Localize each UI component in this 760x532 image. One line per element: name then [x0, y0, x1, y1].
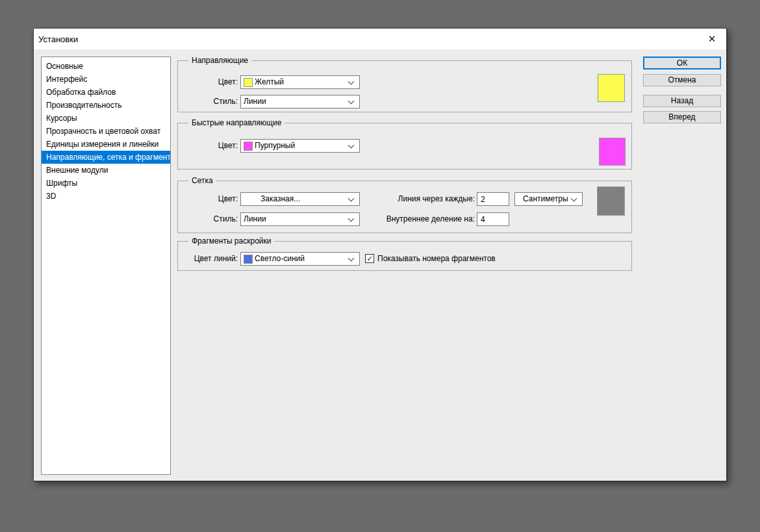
smart-guides-color-swatch: [244, 142, 253, 151]
chevron-down-icon: [348, 255, 355, 261]
smart-guides-color-select[interactable]: Пурпурный: [240, 139, 360, 153]
sidebar-item-type[interactable]: Шрифты: [42, 177, 170, 190]
smart-guides-group-title: Быстрые направляющие: [188, 118, 285, 128]
smart-guides-color-preview: [599, 138, 626, 166]
smart-guides-color-value: Пурпурный: [255, 140, 295, 152]
cancel-button[interactable]: Отмена: [643, 74, 721, 86]
smart-guides-group: Быстрые направляющие Цвет: Пурпурный: [177, 123, 632, 170]
desktop-background: { "window": { "title": "Установки", "clo…: [0, 0, 760, 532]
guides-style-label: Стиль:: [178, 95, 238, 108]
grid-style-value: Линии: [244, 213, 266, 225]
sidebar-item-general[interactable]: Основные: [42, 60, 170, 73]
chevron-down-icon: [348, 142, 355, 148]
slices-group: Фрагменты раскройки Цвет линий: Светло-с…: [177, 241, 632, 271]
gridline-every-label: Линия через каждые:: [327, 192, 475, 206]
guides-color-preview: [598, 74, 625, 102]
slices-group-title: Фрагменты раскройки: [188, 236, 274, 246]
guides-color-swatch: [244, 78, 253, 87]
guides-style-select[interactable]: Линии: [240, 95, 360, 108]
chevron-down-icon: [348, 78, 355, 84]
grid-color-preview: [597, 186, 625, 216]
guides-group: Направляющие Цвет: Желтый Стиль: Линии: [177, 60, 632, 112]
slices-color-select[interactable]: Светло-синий: [240, 252, 360, 266]
guides-color-value: Желтый: [255, 76, 284, 88]
slices-color-value: Светло-синий: [255, 253, 305, 265]
sidebar-item-interface[interactable]: Интерфейс: [42, 73, 170, 86]
grid-group: Сетка Цвет: Заказная... Стиль: Линии Лин…: [177, 181, 632, 233]
preferences-category-list: Основные Интерфейс Обработка файлов Прои…: [41, 57, 171, 475]
guides-style-value: Линии: [244, 95, 266, 108]
preferences-dialog: Установки ✕ Основные Интерфейс Обработка…: [33, 28, 727, 481]
slices-color-label: Цвет линий:: [178, 252, 238, 266]
subdivision-label: Внутреннее деление на:: [327, 212, 475, 226]
show-slice-numbers-label: Показывать номера фрагментов: [377, 254, 496, 264]
show-slice-numbers-checkbox[interactable]: ✓: [365, 254, 374, 263]
sidebar-item-cursors[interactable]: Курсоры: [42, 112, 170, 125]
gridline-unit-value: Сантиметры: [518, 193, 568, 205]
sidebar-item-file-handling[interactable]: Обработка файлов: [42, 86, 170, 99]
slices-color-swatch: [244, 255, 253, 264]
next-button[interactable]: Вперед: [643, 111, 721, 123]
grid-group-title: Сетка: [188, 176, 216, 186]
grid-style-label: Стиль:: [178, 212, 238, 226]
sidebar-item-transparency-gamut[interactable]: Прозрачность и цветовой охват: [42, 125, 170, 138]
grid-color-label: Цвет:: [178, 192, 238, 206]
guides-group-title: Направляющие: [188, 56, 251, 66]
guides-color-select[interactable]: Желтый: [240, 75, 360, 89]
gridline-unit-select[interactable]: Сантиметры: [514, 192, 583, 206]
sidebar-item-units-rulers[interactable]: Единицы измерения и линейки: [42, 138, 170, 151]
dialog-title: Установки: [34, 34, 78, 44]
subdivision-input[interactable]: [477, 212, 509, 226]
chevron-down-icon: [348, 97, 355, 104]
prev-button[interactable]: Назад: [643, 95, 721, 107]
sidebar-item-guides-grid-slices[interactable]: Направляющие, сетка и фрагменты: [42, 151, 170, 164]
sidebar-item-3d[interactable]: 3D: [42, 190, 170, 203]
title-bar: Установки ✕: [34, 29, 726, 49]
smart-guides-color-label: Цвет:: [178, 139, 238, 153]
close-icon[interactable]: ✕: [705, 32, 718, 45]
ok-button[interactable]: ОК: [643, 57, 721, 70]
guides-color-label: Цвет:: [178, 75, 238, 89]
sidebar-item-plugins[interactable]: Внешние модули: [42, 164, 170, 177]
gridline-every-input[interactable]: [477, 192, 509, 206]
sidebar-item-performance[interactable]: Производительность: [42, 99, 170, 112]
chevron-down-icon: [571, 195, 577, 201]
grid-color-value: Заказная...: [244, 193, 300, 205]
